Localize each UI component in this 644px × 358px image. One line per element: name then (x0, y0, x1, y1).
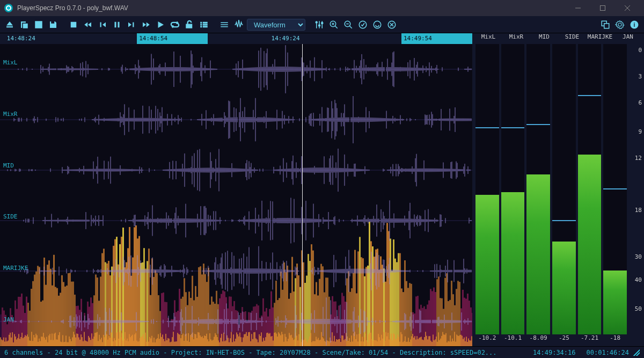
svg-rect-615 (333, 341, 334, 346)
svg-rect-602 (319, 340, 320, 346)
svg-rect-129 (190, 298, 192, 346)
svg-rect-115 (167, 318, 169, 346)
svg-rect-557 (270, 337, 272, 346)
svg-rect-281 (435, 292, 436, 346)
loop-button[interactable] (169, 18, 181, 31)
svg-rect-394 (96, 333, 97, 346)
pause-button[interactable] (111, 18, 123, 31)
svg-rect-699 (423, 340, 424, 346)
svg-rect-637 (356, 334, 357, 346)
menu-button[interactable] (218, 18, 231, 31)
svg-rect-185 (280, 272, 282, 346)
svg-rect-526 (237, 334, 238, 346)
svg-rect-558 (272, 336, 273, 346)
close-button[interactable] (615, 0, 640, 16)
stop-button[interactable] (67, 18, 80, 31)
svg-rect-678 (400, 332, 401, 346)
maximize-button[interactable] (590, 0, 615, 16)
svg-rect-325 (21, 333, 23, 346)
svg-rect-154 (230, 297, 232, 346)
zoom-reset-button[interactable] (385, 18, 398, 31)
svg-rect-271 (419, 309, 420, 346)
svg-rect-20 (14, 301, 16, 346)
svg-rect-413 (116, 333, 117, 346)
svg-rect-451 (157, 338, 158, 346)
view-mode-select[interactable]: Waveform (247, 19, 305, 31)
lock-button[interactable] (183, 18, 196, 31)
meter-value: -25 (551, 334, 577, 346)
svg-rect-686 (409, 342, 410, 346)
svg-rect-326 (23, 338, 24, 346)
svg-rect-520 (231, 332, 232, 346)
svg-rect-401 (103, 335, 104, 346)
info-button[interactable]: i (628, 18, 641, 31)
svg-rect-578 (293, 340, 294, 346)
svg-rect-313 (9, 335, 10, 346)
svg-rect-203 (309, 261, 311, 346)
svg-rect-270 (417, 296, 419, 346)
svg-rect-653 (374, 340, 375, 346)
svg-rect-30 (31, 289, 32, 346)
svg-rect-34 (37, 266, 39, 346)
svg-rect-458 (164, 341, 165, 346)
svg-rect-515 (225, 340, 226, 346)
svg-rect-233 (357, 251, 359, 346)
svg-rect-218 (333, 302, 335, 346)
svg-rect-611 (328, 341, 330, 346)
svg-rect-166 (250, 312, 251, 346)
svg-rect-573 (288, 339, 289, 346)
svg-rect-561 (275, 332, 276, 346)
svg-rect-80 (111, 267, 113, 346)
svg-rect-563 (277, 337, 278, 346)
svg-rect-472 (179, 334, 180, 346)
svg-rect-156 (233, 301, 235, 346)
svg-rect-111 (161, 293, 163, 346)
waveform-icon[interactable] (232, 18, 245, 31)
copy-button[interactable] (18, 18, 31, 31)
svg-rect-423 (127, 339, 128, 346)
svg-rect-275 (425, 309, 427, 346)
svg-rect-435 (140, 338, 141, 346)
timeline[interactable]: 14:48:2414:48:5414:49:2414:49:54 (0, 33, 472, 44)
svg-rect-601 (318, 338, 319, 346)
svg-rect-259 (399, 253, 401, 346)
svg-rect-276 (427, 304, 428, 346)
svg-rect-390 (91, 333, 92, 346)
meter-scale-tick: 0 (638, 47, 642, 54)
waveform-panel[interactable]: 14:48:2414:48:5414:49:2414:49:54 MixLMix… (0, 33, 472, 346)
zoom-out-button[interactable] (342, 18, 355, 31)
svg-rect-64 (85, 322, 87, 346)
rewind-button[interactable] (82, 18, 94, 31)
skip-back-button[interactable] (96, 18, 109, 31)
zoom-in-button[interactable] (327, 18, 340, 31)
track-label: JAN (3, 316, 14, 323)
image-button[interactable] (32, 18, 45, 31)
svg-rect-178 (269, 309, 270, 346)
meter-channel-label: SIDE (558, 33, 586, 44)
zoom-selection-button[interactable] (371, 18, 384, 31)
eject-button[interactable] (3, 18, 16, 31)
zoom-fit-button[interactable] (356, 18, 369, 31)
settings-button[interactable] (613, 18, 626, 31)
svg-rect-62 (82, 320, 84, 346)
svg-rect-463 (170, 342, 171, 346)
svg-rect-633 (352, 341, 353, 346)
play-button[interactable] (154, 18, 167, 31)
svg-rect-571 (286, 337, 287, 346)
svg-rect-411 (114, 338, 115, 346)
resize-grip[interactable] (633, 349, 640, 356)
svg-rect-660 (381, 335, 382, 346)
svg-rect-274 (423, 306, 425, 346)
save-button[interactable] (47, 18, 60, 31)
svg-rect-266 (411, 284, 412, 346)
svg-rect-357 (56, 339, 57, 346)
svg-rect-180 (272, 308, 274, 346)
list-button[interactable] (197, 18, 210, 31)
skip-forward-button[interactable] (125, 18, 138, 31)
fast-forward-button[interactable] (140, 18, 152, 31)
svg-rect-598 (314, 341, 316, 346)
minimize-button[interactable] (566, 0, 590, 16)
sliders-button[interactable] (313, 18, 326, 31)
windows-button[interactable] (599, 18, 612, 31)
svg-rect-194 (295, 278, 296, 346)
